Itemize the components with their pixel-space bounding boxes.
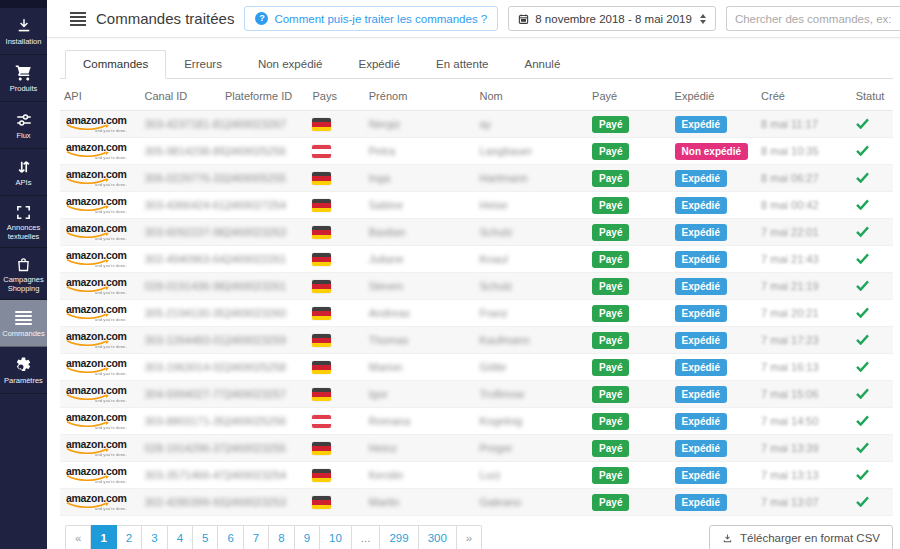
cell-expedie: Expédié bbox=[671, 246, 758, 273]
sidebar-item-flux[interactable]: Flux bbox=[0, 102, 47, 149]
column-header-prenom: Prénom bbox=[365, 79, 476, 111]
download-csv-button[interactable]: Télécharger en format CSV bbox=[709, 525, 893, 549]
pagination-page-2[interactable]: 2 bbox=[117, 525, 142, 549]
sidebar-item-annonces-textuelles[interactable]: Annonces textuelles bbox=[0, 196, 47, 248]
cell-expedie: Expédié bbox=[671, 462, 758, 489]
cell-plateforme-id: 2469027254 bbox=[221, 192, 309, 219]
tab-exp-di[interactable]: Expédié bbox=[340, 50, 418, 79]
cell-api: amazon.com and you're done. bbox=[60, 489, 140, 516]
table-row[interactable]: amazon.com and you're done. 028-0191436-… bbox=[60, 273, 893, 300]
cell-plateforme-id: 2469025258 bbox=[221, 354, 309, 381]
table-row[interactable]: amazon.com and you're done. 303-1264483-… bbox=[60, 327, 893, 354]
pagination-next[interactable]: » bbox=[457, 525, 482, 549]
date-range-picker[interactable]: 8 novembre 2018 - 8 mai 2019 bbox=[508, 6, 716, 31]
table-row[interactable]: amazon.com and you're done. 304-5994027-… bbox=[60, 381, 893, 408]
cell-nom: Lurz bbox=[475, 462, 588, 489]
cell-canal-id: 302-4940963-64.. bbox=[140, 246, 220, 273]
table-row[interactable]: amazon.com and you're done. 302-4940963-… bbox=[60, 246, 893, 273]
flag-germany-icon bbox=[312, 361, 331, 374]
paid-badge: Payé bbox=[592, 305, 629, 322]
page-title-menu-icon[interactable] bbox=[70, 12, 86, 26]
table-row[interactable]: amazon.com and you're done. 303-1963014-… bbox=[60, 354, 893, 381]
sidebar-item-commandes[interactable]: Commandes bbox=[0, 300, 47, 347]
pagination-page-7[interactable]: 7 bbox=[244, 525, 269, 549]
amazon-tagline: and you're done. bbox=[75, 372, 127, 376]
amazon-tagline: and you're done. bbox=[75, 156, 127, 160]
sliders-icon bbox=[15, 111, 33, 129]
tab-annul[interactable]: Annulé bbox=[506, 50, 578, 79]
cell-prenom: Martin bbox=[365, 489, 476, 516]
pagination-page-300[interactable]: 300 bbox=[419, 525, 457, 549]
search-input[interactable] bbox=[726, 6, 900, 31]
table-row[interactable]: amazon.com and you're done. 305-2194130-… bbox=[60, 300, 893, 327]
status-check-icon bbox=[856, 199, 869, 210]
table-row[interactable]: amazon.com and you're done. 303-4366424-… bbox=[60, 192, 893, 219]
sidebar-item-param-tres[interactable]: Paramètres bbox=[0, 347, 47, 394]
shipped-badge: Expédié bbox=[675, 170, 727, 187]
paid-badge: Payé bbox=[592, 359, 629, 376]
cell-pays bbox=[308, 300, 364, 327]
tab-commandes[interactable]: Commandes bbox=[65, 50, 166, 79]
sidebar-item-apis[interactable]: APIs bbox=[0, 149, 47, 196]
pagination-page-299[interactable]: 299 bbox=[380, 525, 418, 549]
cell-pays bbox=[308, 381, 364, 408]
amazon-logo: amazon.com and you're done. bbox=[64, 358, 127, 378]
cell-pays bbox=[308, 354, 364, 381]
pagination-page-3[interactable]: 3 bbox=[142, 525, 167, 549]
shopping-bag-icon bbox=[15, 255, 32, 273]
pagination-page-4[interactable]: 4 bbox=[168, 525, 193, 549]
cell-nom: Preger bbox=[475, 435, 588, 462]
flag-germany-icon bbox=[312, 280, 331, 293]
table-row[interactable]: amazon.com and you're done. 306-0229776-… bbox=[60, 165, 893, 192]
shipped-badge: Expédié bbox=[675, 494, 727, 511]
cell-nom: Galeano bbox=[475, 489, 588, 516]
cell-statut bbox=[852, 165, 893, 192]
cell-nom: Schulz bbox=[475, 273, 588, 300]
cell-api: amazon.com and you're done. bbox=[60, 246, 140, 273]
table-row[interactable]: amazon.com and you're done. 303-3571466-… bbox=[60, 462, 893, 489]
cell-cree: 7 mai 21:19 bbox=[757, 273, 852, 300]
cell-nom: Schulz bbox=[475, 219, 588, 246]
amazon-tagline: and you're done. bbox=[75, 426, 127, 430]
cell-plateforme-id: 2469023261 bbox=[221, 273, 309, 300]
table-row[interactable]: amazon.com and you're done. 302-4280399-… bbox=[60, 489, 893, 516]
sidebar-item-label: APIs bbox=[16, 179, 32, 188]
paid-badge: Payé bbox=[592, 224, 629, 241]
table-row[interactable]: amazon.com and you're done. 028-1914296-… bbox=[60, 435, 893, 462]
cell-statut bbox=[852, 138, 893, 165]
download-icon bbox=[15, 17, 33, 35]
table-row[interactable]: amazon.com and you're done. 303-8803171-… bbox=[60, 408, 893, 435]
amazon-tagline: and you're done. bbox=[75, 399, 127, 403]
tab-non-exp-di[interactable]: Non expédié bbox=[240, 50, 341, 79]
sidebar-item-produits[interactable]: Produits bbox=[0, 55, 47, 102]
cell-prenom: Heinz bbox=[365, 435, 476, 462]
sidebar-item-installation[interactable]: Installation bbox=[0, 8, 47, 55]
pagination-page-1[interactable]: 1 bbox=[91, 525, 116, 549]
pagination-page-5[interactable]: 5 bbox=[193, 525, 218, 549]
cell-cree: 7 mai 14:50 bbox=[757, 408, 852, 435]
pagination-page-10[interactable]: 10 bbox=[320, 525, 352, 549]
column-header-expedie: Expédié bbox=[671, 79, 758, 111]
cell-prenom: Andreas bbox=[365, 300, 476, 327]
pagination-page-8[interactable]: 8 bbox=[269, 525, 294, 549]
pagination-page-9[interactable]: 9 bbox=[295, 525, 320, 549]
amazon-logo: amazon.com and you're done. bbox=[64, 277, 127, 297]
sidebar-item-campagnes-shopping[interactable]: Campagnes Shopping bbox=[0, 248, 47, 300]
pagination-page-6[interactable]: 6 bbox=[218, 525, 243, 549]
cell-canal-id: 028-0191436-98.. bbox=[140, 273, 220, 300]
cell-api: amazon.com and you're done. bbox=[60, 300, 140, 327]
cell-paye: Payé bbox=[588, 381, 670, 408]
table-row[interactable]: amazon.com and you're done. 305-9814238-… bbox=[60, 138, 893, 165]
tab-erreurs[interactable]: Erreurs bbox=[166, 50, 240, 79]
pagination-prev[interactable]: « bbox=[65, 525, 91, 549]
table-row[interactable]: amazon.com and you're done. 303-6092237-… bbox=[60, 219, 893, 246]
table-header-row: API Canal ID Plateforme ID Pays Prénom N… bbox=[60, 79, 893, 111]
cell-api: amazon.com and you're done. bbox=[60, 192, 140, 219]
menu-icon bbox=[15, 309, 32, 327]
amazon-tagline: and you're done. bbox=[75, 291, 127, 295]
table-row[interactable]: amazon.com and you're done. 303-4237181-… bbox=[60, 111, 893, 138]
tab-en-attente[interactable]: En attente bbox=[418, 50, 506, 79]
cell-expedie: Expédié bbox=[671, 192, 758, 219]
help-button[interactable]: ? Comment puis-je traiter les commandes … bbox=[244, 6, 498, 31]
content: CommandesErreursNon expédiéExpédiéEn att… bbox=[47, 38, 900, 549]
